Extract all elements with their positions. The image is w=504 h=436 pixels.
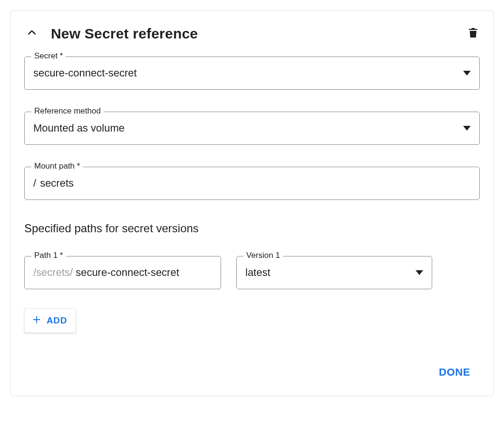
path-1-label: Path 1 * xyxy=(31,251,66,260)
reference-method-label: Reference method xyxy=(31,106,104,116)
card-header: New Secret reference xyxy=(24,24,480,43)
card-footer: DONE xyxy=(24,363,480,386)
reference-method-select[interactable]: Reference method Mounted as volume xyxy=(24,112,480,145)
plus-icon xyxy=(31,314,42,327)
chevron-up-icon xyxy=(27,28,37,39)
dropdown-icon xyxy=(463,71,471,76)
trash-icon xyxy=(467,27,479,41)
path-1-input[interactable] xyxy=(75,266,212,279)
version-1-label: Version 1 xyxy=(243,251,283,260)
done-button[interactable]: DONE xyxy=(435,363,474,381)
secret-value: secure-connect-secret xyxy=(33,67,455,79)
mount-path-input[interactable] xyxy=(39,177,471,190)
mount-path-label: Mount path * xyxy=(31,161,83,171)
add-path-label: ADD xyxy=(47,315,67,326)
card-title: New Secret reference xyxy=(51,26,198,42)
secret-label: Secret * xyxy=(31,51,66,61)
secret-reference-card: New Secret reference Secret * secure-con… xyxy=(10,10,494,396)
add-path-button[interactable]: ADD xyxy=(24,308,76,333)
mount-path-prefix: / xyxy=(33,177,36,190)
mount-path-field[interactable]: Mount path * / xyxy=(24,167,480,200)
path-version-row: Path 1 * /secrets/ Version 1 latest xyxy=(24,256,480,289)
path-1-field[interactable]: Path 1 * /secrets/ xyxy=(24,256,221,289)
paths-section-heading: Specified paths for secret versions xyxy=(24,222,480,235)
path-1-prefix: /secrets/ xyxy=(33,266,73,279)
collapse-toggle[interactable] xyxy=(22,24,41,43)
reference-method-value: Mounted as volume xyxy=(33,122,455,134)
secret-select[interactable]: Secret * secure-connect-secret xyxy=(24,57,480,90)
version-1-select[interactable]: Version 1 latest xyxy=(236,256,432,289)
version-1-value: latest xyxy=(245,266,407,279)
dropdown-icon xyxy=(463,126,471,131)
dropdown-icon xyxy=(416,270,423,275)
delete-button[interactable] xyxy=(464,24,483,43)
